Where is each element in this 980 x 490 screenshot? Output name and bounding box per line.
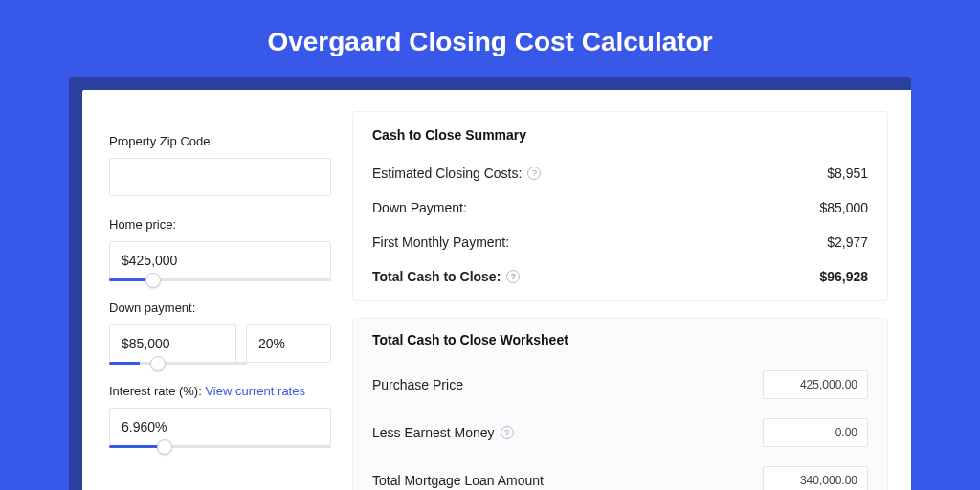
worksheet-row-label: Less Earnest Money: [372, 425, 495, 440]
calculator-container: Property Zip Code: Home price: Down paym…: [82, 90, 911, 490]
worksheet-row: Total Mortgage Loan Amount: [372, 457, 868, 490]
summary-row: Estimated Closing Costs:?$8,951: [372, 156, 868, 190]
rate-slider-thumb[interactable]: [157, 439, 172, 455]
worksheet-row-input[interactable]: [763, 418, 868, 447]
worksheet-row: Less Earnest Money?: [372, 409, 868, 457]
results-panel: Cash to Close Summary Estimated Closing …: [352, 111, 888, 490]
down-payment-slider[interactable]: [109, 362, 247, 365]
down-payment-input[interactable]: [109, 324, 236, 363]
calculator-shadow: Property Zip Code: Home price: Down paym…: [69, 77, 911, 490]
summary-row-value: $8,951: [827, 166, 868, 181]
rate-field: Interest rate (%): View current rates: [109, 384, 331, 446]
page-title: Overgaard Closing Cost Calculator: [0, 0, 980, 77]
rate-label: Interest rate (%): View current rates: [109, 384, 331, 398]
zip-label: Property Zip Code:: [109, 134, 331, 148]
worksheet-card: Total Cash to Close Worksheet Purchase P…: [352, 318, 888, 490]
worksheet-row: Purchase Price: [372, 361, 868, 409]
inputs-panel: Property Zip Code: Home price: Down paym…: [82, 111, 331, 490]
down-payment-slider-thumb[interactable]: [150, 356, 166, 371]
rate-label-text: Interest rate (%):: [109, 384, 205, 398]
summary-row-label: Total Cash to Close:: [372, 269, 501, 284]
down-payment-pct-input[interactable]: [246, 324, 331, 363]
help-icon[interactable]: ?: [506, 270, 520, 283]
summary-row-value: $85,000: [819, 200, 868, 215]
down-payment-label: Down payment:: [109, 301, 331, 315]
help-icon[interactable]: ?: [527, 167, 541, 180]
help-icon[interactable]: ?: [501, 426, 514, 439]
rate-slider[interactable]: [109, 445, 331, 448]
view-rates-link[interactable]: View current rates: [205, 384, 305, 398]
worksheet-row-label: Total Mortgage Loan Amount: [372, 473, 544, 488]
worksheet-row-input[interactable]: [763, 370, 868, 399]
summary-heading: Cash to Close Summary: [372, 127, 868, 143]
summary-row-label: Down Payment:: [372, 200, 467, 215]
summary-card: Cash to Close Summary Estimated Closing …: [352, 111, 888, 301]
summary-row-value: $2,977: [827, 234, 868, 250]
summary-row: Total Cash to Close:?$96,928: [372, 259, 868, 294]
summary-row-value: $96,928: [819, 269, 868, 284]
summary-row: First Monthly Payment:$2,977: [372, 225, 868, 259]
down-payment-field: Down payment:: [109, 301, 331, 363]
worksheet-heading: Total Cash to Close Worksheet: [372, 332, 868, 347]
summary-row-label: Estimated Closing Costs:: [372, 166, 522, 181]
zip-field: Property Zip Code:: [109, 134, 331, 196]
summary-row-label: First Monthly Payment:: [372, 234, 509, 250]
worksheet-row-input[interactable]: [763, 466, 868, 490]
rate-input[interactable]: [109, 408, 331, 446]
home-price-field: Home price:: [109, 217, 331, 279]
home-price-label: Home price:: [109, 217, 331, 232]
worksheet-row-label: Purchase Price: [372, 377, 463, 392]
zip-input[interactable]: [109, 158, 331, 196]
summary-row: Down Payment:$85,000: [372, 190, 868, 225]
home-price-input[interactable]: [109, 241, 331, 279]
home-price-slider[interactable]: [109, 278, 331, 281]
home-price-slider-thumb[interactable]: [145, 273, 161, 288]
